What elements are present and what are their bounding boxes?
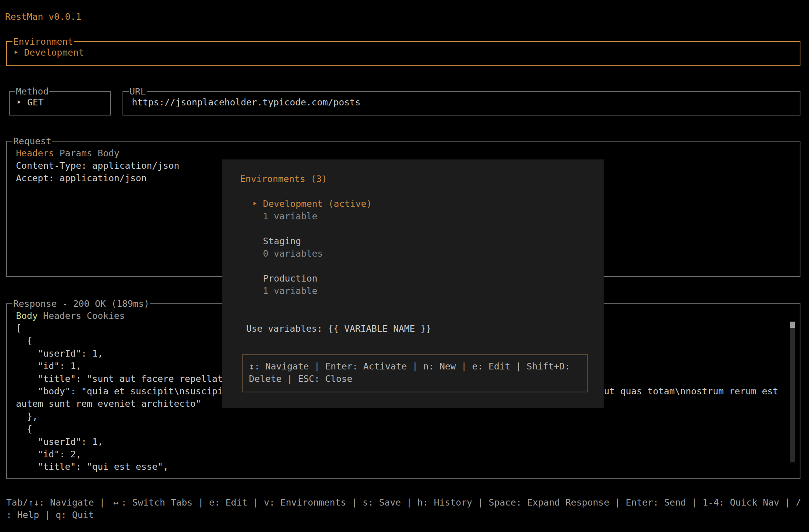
response-label: Response - 200 OK (189ms) (12, 298, 150, 310)
tab-request-params[interactable]: Params (60, 148, 92, 158)
method-selector[interactable]: Method ‣ GET (9, 91, 111, 116)
environment-item-meta: 1 variable (263, 210, 372, 222)
variables-hint: Use variables: {{ VARIABLE_NAME }} (246, 322, 431, 335)
modal-help-box: ↕: Navigate | Enter: Activate | n: New |… (242, 354, 588, 392)
url-input[interactable]: https://jsonplaceholder.typicode.com/pos… (132, 96, 361, 108)
response-scrollbar[interactable] (790, 322, 795, 462)
response-scrollbar-thumb[interactable] (790, 322, 795, 328)
environment-item-name[interactable]: Staging (263, 235, 323, 247)
modal-help-text: ↕: Navigate | Enter: Activate | n: New |… (249, 360, 570, 385)
environment-value[interactable]: ‣ Development (13, 46, 84, 59)
request-label: Request (12, 135, 52, 147)
environments-modal: Environments (3) ‣ Development (active) … (222, 159, 604, 408)
tab-response-cookies[interactable]: Cookies (87, 310, 125, 321)
tab-response-body[interactable]: Body (16, 310, 38, 321)
tab-response-headers[interactable]: Headers (43, 310, 81, 321)
environment-item-development[interactable]: ‣ Development (active) 1 variable (263, 198, 372, 222)
environment-selector[interactable]: Environment ‣ Development (6, 41, 800, 66)
response-tabs: Body Headers Cookies (16, 310, 125, 322)
tab-request-headers[interactable]: Headers (16, 148, 54, 158)
active-environment-marker: ‣ (252, 198, 257, 210)
environment-item-meta: 1 variable (263, 285, 317, 297)
request-headers-content: Content-Type: application/json Accept: a… (16, 159, 179, 185)
tab-request-body[interactable]: Body (98, 148, 119, 158)
status-bar: Tab/↑↓: Navigate | ↔: Switch Tabs | e: E… (6, 496, 801, 522)
environment-item-staging[interactable]: Staging 0 variables (263, 235, 323, 260)
environment-item-name[interactable]: Production (263, 272, 317, 285)
request-tabs: Headers Params Body (16, 147, 119, 159)
environments-modal-title: Environments (3) (240, 173, 327, 185)
app-title: RestMan v0.0.1 (5, 12, 81, 22)
url-field[interactable]: URL https://jsonplaceholder.typicode.com… (123, 91, 800, 116)
environment-item-name[interactable]: Development (active) (263, 198, 372, 210)
method-value[interactable]: ‣ GET (16, 96, 44, 108)
environment-item-meta: 0 variables (263, 247, 323, 260)
environment-item-production[interactable]: Production 1 variable (263, 272, 317, 297)
